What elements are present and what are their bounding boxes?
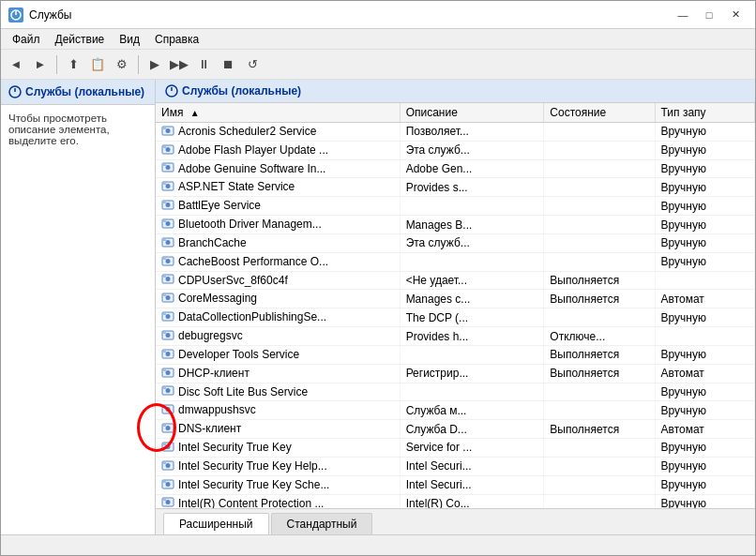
cell-desc: <Не удает... bbox=[400, 271, 544, 290]
table-row[interactable]: CDPUserSvc_8f60c4f <Не удает... Выполняе… bbox=[156, 271, 755, 290]
cell-status bbox=[544, 475, 655, 494]
cell-name: Developer Tools Service bbox=[156, 345, 400, 364]
title-bar-controls: — □ ✕ bbox=[671, 6, 748, 24]
cell-status bbox=[544, 141, 655, 159]
table-row[interactable]: Adobe Flash Player Update ... Эта служб.… bbox=[156, 141, 755, 159]
cell-status: Выполняется bbox=[544, 271, 655, 290]
cell-type: Вручную bbox=[655, 141, 754, 159]
sidebar-icon bbox=[8, 85, 22, 98]
svg-rect-14 bbox=[163, 164, 166, 166]
menu-action[interactable]: Действие bbox=[48, 31, 113, 48]
toolbar-up[interactable]: ⬆ bbox=[62, 53, 84, 76]
cell-desc bbox=[400, 197, 544, 216]
cell-desc: Provides h... bbox=[400, 327, 544, 346]
cell-name: Intel Security True Key Sche... bbox=[156, 475, 400, 494]
cell-status bbox=[544, 216, 655, 234]
svg-rect-44 bbox=[163, 351, 166, 353]
cell-name: Intel Security True Key bbox=[156, 439, 400, 458]
title-bar: Службы — □ ✕ bbox=[1, 1, 755, 29]
col-header-name[interactable]: Имя ▲ bbox=[156, 103, 400, 123]
svg-rect-23 bbox=[163, 220, 166, 222]
menu-help[interactable]: Справка bbox=[147, 31, 206, 48]
cell-name: Acronis Scheduler2 Service bbox=[156, 123, 400, 142]
col-header-type[interactable]: Тип запу bbox=[655, 103, 754, 123]
table-row[interactable]: Bluetooth Driver Managem... Manages B...… bbox=[156, 216, 755, 234]
table-row[interactable]: Intel Security True Key Sche... Intel Se… bbox=[156, 475, 755, 494]
table-row[interactable]: BranchCache Эта служб... Вручную bbox=[156, 233, 755, 252]
svg-point-28 bbox=[166, 259, 171, 263]
menu-view[interactable]: Вид bbox=[112, 31, 147, 48]
svg-rect-35 bbox=[163, 294, 166, 296]
table-row[interactable]: ASP.NET State Service Provides s... Вруч… bbox=[156, 178, 755, 197]
cell-type: Вручную bbox=[655, 308, 754, 327]
cell-name: Intel Security True Key Help... bbox=[156, 457, 400, 475]
toolbar-forward[interactable]: ► bbox=[29, 53, 52, 76]
cell-desc: Provides s... bbox=[400, 178, 544, 197]
cell-name: dmwappushsvc bbox=[156, 401, 400, 420]
svg-rect-38 bbox=[163, 313, 166, 315]
window-title: Службы bbox=[29, 8, 71, 22]
svg-point-31 bbox=[166, 277, 171, 281]
cell-desc: Регистрир... bbox=[400, 364, 544, 383]
cell-name: Adobe Flash Player Update ... bbox=[156, 141, 400, 159]
cell-status bbox=[544, 178, 655, 197]
table-row[interactable]: Intel Security True Key Help... Intel Se… bbox=[156, 457, 755, 475]
cell-name: CacheBoost Performance O... bbox=[156, 252, 400, 271]
toolbar-start[interactable]: ▶ bbox=[144, 53, 166, 76]
col-header-desc[interactable]: Описание bbox=[400, 103, 544, 123]
table-row[interactable]: Intel Security True Key Service for ... … bbox=[156, 439, 755, 458]
svg-point-40 bbox=[166, 333, 171, 338]
svg-point-61 bbox=[166, 463, 171, 468]
close-button[interactable]: ✕ bbox=[723, 6, 748, 24]
table-row[interactable]: DNS-клиент Служба D... Выполняется Автом… bbox=[156, 420, 755, 439]
table-row[interactable]: Acronis Scheduler2 Service Позволяет... … bbox=[156, 123, 755, 142]
menu-file[interactable]: Файл bbox=[5, 31, 48, 48]
toolbar-start2[interactable]: ▶▶ bbox=[168, 53, 190, 76]
svg-point-67 bbox=[166, 500, 171, 504]
toolbar-show-hide[interactable]: 📋 bbox=[86, 53, 109, 76]
svg-point-52 bbox=[166, 407, 171, 412]
toolbar-restart[interactable]: ↺ bbox=[241, 53, 264, 76]
toolbar-stop[interactable]: ⏹ bbox=[217, 53, 239, 76]
cell-status: Выполняется bbox=[544, 364, 655, 383]
status-bar bbox=[1, 534, 755, 555]
toolbar-back[interactable]: ◄ bbox=[5, 53, 27, 76]
services-table-container[interactable]: Имя ▲ Описание Состояние Т bbox=[156, 103, 755, 508]
table-row[interactable]: Adobe Genuine Software In... Adobe Gen..… bbox=[156, 159, 755, 178]
cell-desc: Service for ... bbox=[400, 439, 544, 458]
cell-status bbox=[544, 439, 655, 458]
cell-type: Вручную bbox=[655, 252, 754, 271]
maximize-button[interactable]: □ bbox=[697, 6, 721, 24]
table-row[interactable]: Developer Tools Service Выполняется Вруч… bbox=[156, 345, 755, 364]
svg-point-25 bbox=[166, 240, 171, 245]
sidebar-title: Службы (локальные) bbox=[25, 85, 144, 98]
svg-point-22 bbox=[166, 221, 171, 226]
cell-desc: Manages B... bbox=[400, 216, 544, 234]
table-row[interactable]: Intel(R) Content Protection ... Intel(R)… bbox=[156, 494, 755, 508]
toolbar-pause[interactable]: ⏸ bbox=[192, 53, 215, 76]
cell-type: Вручную bbox=[655, 197, 754, 216]
table-row[interactable]: debugregsvc Provides h... Отключе... bbox=[156, 327, 755, 346]
table-row[interactable]: Disc Soft Lite Bus Service Вручную bbox=[156, 383, 755, 401]
table-row[interactable]: DHCP-клиент Регистрир... Выполняется Авт… bbox=[156, 364, 755, 383]
cell-name: ASP.NET State Service bbox=[156, 178, 400, 197]
services-table: Имя ▲ Описание Состояние Т bbox=[156, 103, 755, 508]
bottom-tabs: Расширенный Стандартный bbox=[156, 508, 755, 534]
cell-name: Intel(R) Content Protection ... bbox=[156, 494, 400, 508]
tab-extended[interactable]: Расширенный bbox=[163, 513, 269, 534]
table-row[interactable]: DataCollectionPublishingSe... The DCP (.… bbox=[156, 308, 755, 327]
tab-standard[interactable]: Стандартный bbox=[271, 513, 373, 534]
col-header-status[interactable]: Состояние bbox=[544, 103, 655, 123]
toolbar-prop[interactable]: ⚙ bbox=[111, 53, 133, 76]
cell-type: Вручную bbox=[655, 401, 754, 420]
table-row[interactable]: BattlEye Service Вручную bbox=[156, 197, 755, 216]
cell-status: Отключе... bbox=[544, 327, 655, 346]
svg-rect-59 bbox=[163, 443, 166, 445]
table-row[interactable]: CoreMessaging Manages c... Выполняется А… bbox=[156, 290, 755, 308]
cell-desc: Позволяет... bbox=[400, 123, 544, 142]
table-row[interactable]: CacheBoost Performance O... Вручную bbox=[156, 252, 755, 271]
cell-name: BranchCache bbox=[156, 233, 400, 252]
minimize-button[interactable]: — bbox=[671, 6, 695, 24]
cell-name: debugregsvc bbox=[156, 327, 400, 346]
table-row[interactable]: dmwappushsvc Служба м... Вручную bbox=[156, 401, 755, 420]
